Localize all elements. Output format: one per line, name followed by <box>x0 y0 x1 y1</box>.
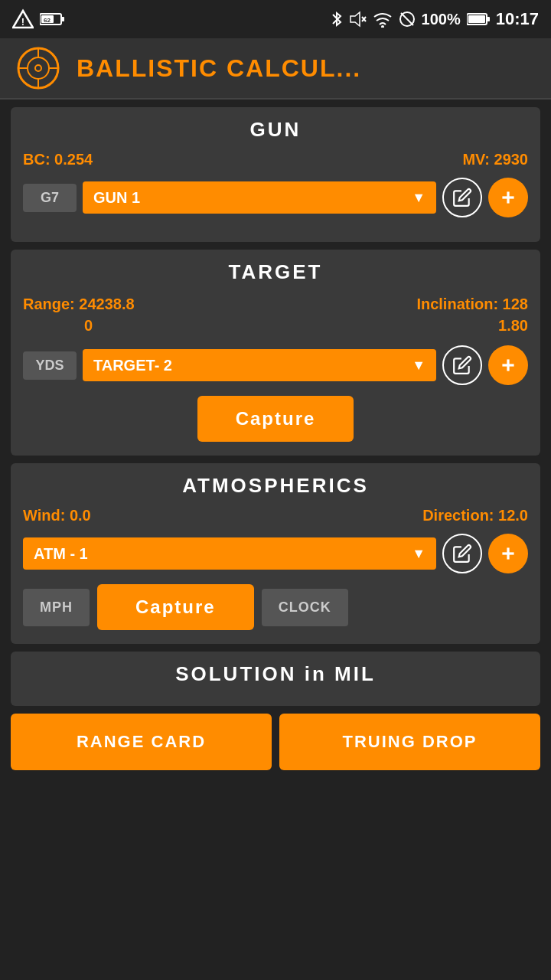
range-info: Range: 24238.8 0 <box>23 293 135 336</box>
svg-text:!: ! <box>21 16 24 28</box>
solution-section: SOLUTION in MIL <box>11 652 540 706</box>
atm-bottom-row: MPH Capture CLOCK <box>23 584 528 630</box>
atm-control-row: ATM - 1 ATM - 2 ATM - 3 ▼ <box>23 534 528 573</box>
direction-label: Direction: 12.0 <box>422 507 528 524</box>
target-section: TARGET Range: 24238.8 0 Inclination: 128… <box>11 250 540 456</box>
gun-add-button[interactable] <box>488 178 528 217</box>
gun-edit-button[interactable] <box>442 178 482 217</box>
battery-icon: 62 <box>40 11 64 27</box>
dnd-icon <box>399 11 416 28</box>
atm-info-row: Wind: 0.0 Direction: 12.0 <box>23 507 528 524</box>
status-left-icons: ! 62 <box>12 8 64 30</box>
mph-button[interactable]: MPH <box>23 589 90 626</box>
warning-icon: ! <box>12 8 34 30</box>
target-section-title: TARGET <box>23 260 528 284</box>
battery-full-icon <box>467 12 490 26</box>
wifi-icon <box>373 11 393 28</box>
range-label-line2: 0 <box>23 315 135 336</box>
gun-dropdown-wrapper[interactable]: GUN 1 GUN 2 GUN 3 ▼ <box>83 181 436 214</box>
atm-edit-button[interactable] <box>442 534 482 573</box>
range-label-line1: Range: 24238.8 <box>23 293 135 315</box>
plus-icon <box>498 544 518 564</box>
target-edit-button[interactable] <box>442 345 482 385</box>
gun-dropdown[interactable]: GUN 1 GUN 2 GUN 3 <box>83 181 436 214</box>
atmospherics-section-title: ATMOSPHERICS <box>23 474 528 498</box>
range-card-button[interactable]: RANGE CARD <box>11 714 272 770</box>
status-bar: ! 62 100 <box>0 0 551 38</box>
bluetooth-icon <box>330 10 344 28</box>
gun-section-title: GUN <box>23 118 528 142</box>
battery-percent: 100% <box>422 11 461 28</box>
bc-label: BC: 0.254 <box>23 151 93 168</box>
edit-icon <box>452 355 472 375</box>
target-capture-button[interactable]: Capture <box>197 396 354 442</box>
app-header: BALLISTIC CALCUL... <box>0 38 551 100</box>
mv-label: MV: 2930 <box>462 151 528 168</box>
svg-text:62: 62 <box>44 17 51 24</box>
plus-icon <box>498 188 518 207</box>
atm-add-button[interactable] <box>488 534 528 573</box>
gun-info-row: BC: 0.254 MV: 2930 <box>23 151 528 168</box>
solution-section-title: SOLUTION in MIL <box>23 662 528 686</box>
target-control-row: YDS TARGET- 1 TARGET- 2 TARGET- 3 ▼ <box>23 345 528 385</box>
svg-rect-3 <box>61 17 64 21</box>
edit-icon <box>452 544 472 564</box>
app-logo <box>15 45 61 91</box>
target-info-row: Range: 24238.8 0 Inclination: 128 1.80 <box>23 293 528 336</box>
target-add-button[interactable] <box>488 345 528 385</box>
svg-point-17 <box>35 65 41 71</box>
atm-dropdown[interactable]: ATM - 1 ATM - 2 ATM - 3 <box>23 537 436 570</box>
clock-button[interactable]: CLOCK <box>262 589 348 626</box>
plus-icon <box>498 355 518 375</box>
mute-icon <box>350 11 367 28</box>
svg-marker-6 <box>350 12 360 26</box>
inclination-label-line2: 1.80 <box>416 315 528 336</box>
atmospherics-section: ATMOSPHERICS Wind: 0.0 Direction: 12.0 A… <box>11 463 540 644</box>
app-title: BALLISTIC CALCUL... <box>77 54 361 83</box>
svg-point-16 <box>28 57 49 79</box>
status-right-icons: 100% 10:17 <box>330 9 539 29</box>
status-time: 10:17 <box>496 9 539 29</box>
gun-tag-badge: G7 <box>23 184 77 212</box>
svg-rect-13 <box>487 17 490 21</box>
edit-icon <box>452 188 472 207</box>
svg-line-11 <box>401 13 413 25</box>
inclination-info: Inclination: 128 1.80 <box>416 293 528 336</box>
gun-control-row: G7 GUN 1 GUN 2 GUN 3 ▼ <box>23 178 528 217</box>
target-dropdown[interactable]: TARGET- 1 TARGET- 2 TARGET- 3 <box>83 349 436 381</box>
gun-section: GUN BC: 0.254 MV: 2930 G7 GUN 1 GUN 2 GU… <box>11 107 540 242</box>
svg-point-9 <box>381 25 384 28</box>
atm-dropdown-wrapper[interactable]: ATM - 1 ATM - 2 ATM - 3 ▼ <box>23 537 436 570</box>
bottom-nav: RANGE CARD TRUING DROP <box>11 714 540 770</box>
target-tag-badge: YDS <box>23 351 77 380</box>
inclination-label-line1: Inclination: 128 <box>416 293 528 315</box>
truing-drop-button[interactable]: TRUING DROP <box>279 714 540 770</box>
svg-rect-14 <box>468 15 485 23</box>
atm-capture-button[interactable]: Capture <box>97 584 254 630</box>
wind-label: Wind: 0.0 <box>23 507 91 524</box>
target-dropdown-wrapper[interactable]: TARGET- 1 TARGET- 2 TARGET- 3 ▼ <box>83 349 436 381</box>
